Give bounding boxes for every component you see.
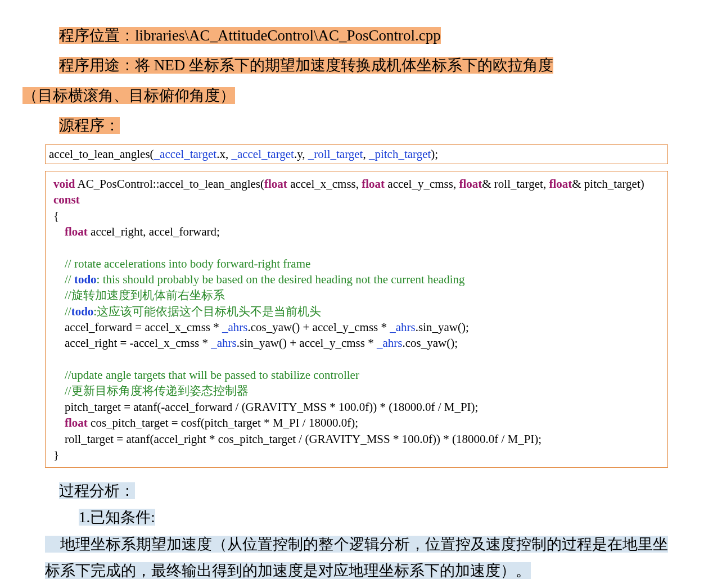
source-label: 源程序： <box>59 112 668 139</box>
analysis-known-body: 地理坐标系期望加速度（从位置控制的整个逻辑分析，位置控及速度控制的过程是在地里坐… <box>45 531 668 585</box>
analysis-known-title: 1.已知条件: <box>79 504 668 531</box>
program-location: 程序位置：libraries\AC_AttitudeControl\AC_Pos… <box>59 22 668 49</box>
program-use-line2: （目标横滚角、目标俯仰角度） <box>22 83 668 109</box>
program-use-line1: 程序用途：将 NED 坐标系下的期望加速度转换成机体坐标系下的欧拉角度 <box>59 52 668 79</box>
code-call-box: accel_to_lean_angles(_accel_target.x, _a… <box>45 144 668 164</box>
analysis-title: 过程分析： <box>59 478 668 504</box>
code-definition-box: void AC_PosControl::accel_to_lean_angles… <box>45 171 668 468</box>
analysis-want-title: 2.待求量: <box>79 584 668 588</box>
